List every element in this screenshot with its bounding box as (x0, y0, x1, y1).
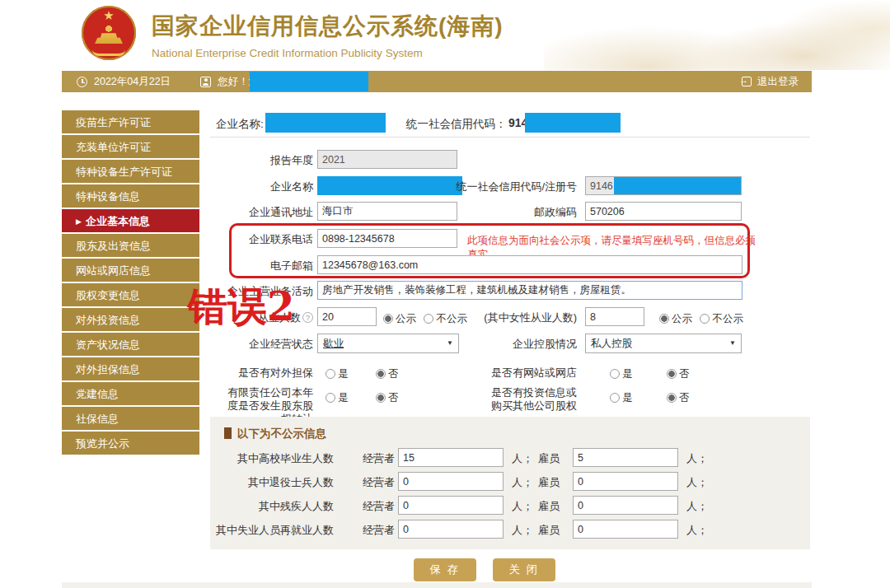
sidebar-item-website-info[interactable]: ▶网站或网店信息 (62, 259, 199, 283)
employee-public-radio[interactable] (383, 314, 393, 324)
website-label: 是否有网站或网店 (474, 366, 577, 380)
unit-label: 人； (686, 523, 708, 538)
employee-label: 雇员 (538, 499, 560, 514)
site-subtitle: National Enterprise Credit Information P… (152, 47, 504, 59)
guarantee-radios: 是 否 (326, 367, 398, 381)
summary-divider (210, 137, 810, 138)
investment-yes-radio[interactable] (610, 393, 620, 403)
logout-button[interactable]: 退出登录 (742, 71, 799, 92)
chevron-down-icon: ▼ (447, 334, 453, 352)
email-label: 电子邮箱 (210, 259, 313, 273)
female-count-input[interactable] (585, 307, 644, 326)
address-input[interactable] (317, 202, 457, 221)
help-icon[interactable]: ? (302, 312, 313, 323)
redacted-credit-code-block (525, 113, 621, 133)
unit-label: 人； (512, 499, 533, 514)
veterans-employee-input[interactable] (573, 472, 678, 491)
graduates-operator-input[interactable] (398, 448, 504, 467)
disabled-row: 其中残疾人人数 经营者 人； 雇员 人； (210, 496, 810, 516)
guarantee-label: 是否有对外担保 (210, 366, 313, 380)
transfer-no-radio[interactable] (376, 393, 386, 403)
sidebar-item-preview-publish[interactable]: ▶预览并公示 (62, 432, 199, 456)
disabled-employee-input[interactable] (573, 496, 678, 515)
unit-label: 人； (512, 451, 533, 466)
holding-select[interactable]: 私人控股 ▼ (585, 334, 742, 353)
investment-radios: 是 否 (610, 391, 689, 405)
website-yes-radio[interactable] (610, 369, 620, 379)
non-public-section-title: 以下为不公示信息 (224, 427, 326, 441)
unit-label: 人； (686, 475, 708, 490)
email-input[interactable] (317, 255, 742, 274)
emblem-star-icon: ★ (103, 9, 114, 21)
site-header: ★ 国家企业信用信息公示系统(海南) National Enterprise C… (0, 0, 890, 70)
sidebar-item-special-equipment-license[interactable]: ▶特种设备生产许可证 (62, 160, 199, 184)
female-public-radio[interactable] (659, 314, 669, 324)
holding-label: 企业控股情况 (474, 337, 577, 352)
sidebar-item-vaccine-license[interactable]: ▶疫苗生产许可证 (62, 110, 199, 135)
sidebar-item-special-equipment-info[interactable]: ▶特种设备信息 (62, 184, 199, 209)
female-count-label: (其中女性从业人数) (461, 310, 577, 325)
graduates-row: 其中高校毕业生人数 经营者 人； 雇员 人； (210, 448, 810, 468)
female-publicity-radios: 公示 不公示 (659, 312, 743, 326)
veterans-label: 其中退役士兵人数 (210, 475, 334, 490)
graduates-employee-input[interactable] (573, 448, 678, 467)
sidebar-item-equity-change-info[interactable]: ▶股权变更信息 (62, 283, 199, 308)
phone-input[interactable] (317, 229, 457, 248)
sidebar-item-foreign-investment-info[interactable]: ▶对外投资信息 (62, 308, 199, 333)
company-name-label: 企业名称: (216, 117, 264, 132)
operator-label: 经营者 (363, 475, 395, 490)
disabled-label: 其中残疾人人数 (210, 499, 334, 514)
user-icon (200, 77, 211, 87)
redacted-company-name-input (317, 176, 462, 195)
employee-private-radio[interactable] (424, 314, 433, 324)
national-emblem-logo: ★ (82, 6, 136, 60)
non-public-info-section: 以下为不公示信息 其中高校毕业生人数 经营者 人； 雇员 人； 其中退役士兵人数… (210, 417, 810, 549)
veterans-operator-input[interactable] (398, 472, 504, 491)
logout-label: 退出登录 (757, 75, 799, 89)
sidebar-item-filling-unit-license[interactable]: ▶充装单位许可证 (62, 135, 199, 160)
sidebar-nav: ▶疫苗生产许可证 ▶充装单位许可证 ▶特种设备生产许可证 ▶特种设备信息 ▶企业… (62, 110, 199, 456)
close-button[interactable]: 关 闭 (493, 558, 555, 581)
sidebar-item-basic-info[interactable]: ▶企业基本信息 (62, 209, 199, 234)
website-no-radio[interactable] (667, 369, 677, 379)
guarantee-no-radio[interactable] (376, 369, 386, 379)
female-private-radio[interactable] (700, 314, 710, 324)
operator-label: 经营者 (363, 499, 395, 514)
top-status-bar: 2022年04月22日 您好！海南 退出登录 (62, 71, 812, 92)
guarantee-yes-radio[interactable] (326, 369, 335, 379)
save-button[interactable]: 保 存 (414, 558, 476, 581)
emblem-gate-shape (95, 30, 123, 44)
business-activity-input[interactable] (317, 281, 742, 300)
postcode-input[interactable] (585, 202, 742, 221)
site-title: 国家企业信用信息公示系统(海南) (152, 11, 504, 42)
sidebar-item-social-security-info[interactable]: ▶社保信息 (62, 407, 199, 432)
reemployed-label: 其中失业人员再就业人数 (210, 523, 334, 538)
report-year-label: 报告年度 (210, 153, 313, 168)
sidebar-item-party-building-info[interactable]: ▶党建信息 (62, 382, 199, 407)
transfer-radios: 是 否 (326, 391, 398, 405)
clock-icon (77, 77, 87, 87)
company-summary-row: 企业名称: 统一社会信用代码： 9146 (210, 113, 812, 133)
sidebar-item-asset-status-info[interactable]: ▶资产状况信息 (62, 333, 199, 357)
unit-label: 人； (686, 451, 708, 466)
credit-code-label: 统一社会信用代码： (406, 117, 507, 132)
error-annotation-text: 错误2 (188, 287, 294, 326)
employee-count-input[interactable] (317, 307, 377, 326)
investment-no-radio[interactable] (667, 393, 677, 403)
unit-label: 人； (512, 475, 533, 490)
emblem-gear-shape (92, 49, 125, 56)
transfer-yes-radio[interactable] (326, 393, 335, 403)
sidebar-item-external-guarantee-info[interactable]: ▶对外担保信息 (62, 357, 199, 382)
report-year-input[interactable] (317, 150, 457, 169)
redacted-credit-code-input-block (614, 177, 741, 194)
reemployed-operator-input[interactable] (398, 520, 504, 539)
reemployed-employee-input[interactable] (573, 520, 678, 539)
sidebar-item-shareholder-info[interactable]: ▶股东及出资信息 (62, 234, 199, 259)
brand-block: 国家企业信用信息公示系统(海南) National Enterprise Cre… (152, 11, 504, 59)
unit-label: 人； (686, 499, 708, 514)
chevron-down-icon: ▼ (729, 334, 736, 352)
operating-status-select[interactable]: 歇业 ▼ (317, 334, 459, 353)
disabled-operator-input[interactable] (398, 496, 504, 515)
employee-label: 雇员 (538, 475, 560, 490)
operator-label: 经营者 (363, 451, 395, 466)
